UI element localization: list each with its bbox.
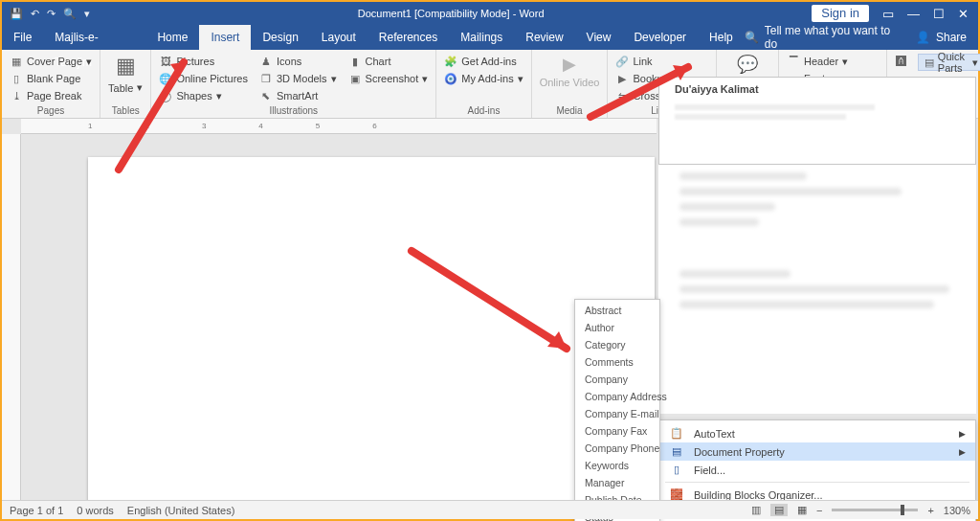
- tab-home[interactable]: Home: [145, 25, 199, 50]
- quick-parts-button[interactable]: ▤Quick Parts ▾: [918, 54, 980, 71]
- dp-company-email[interactable]: Company E-mail: [575, 405, 659, 422]
- screenshot-icon: ▣: [348, 72, 362, 85]
- tab-references[interactable]: References: [368, 25, 449, 50]
- document-property-submenu: Abstract Author Category Comments Compan…: [574, 299, 660, 521]
- table-button[interactable]: Table ▾: [106, 80, 145, 95]
- get-addins-button[interactable]: 🧩Get Add-ins: [442, 54, 524, 69]
- menu-autotext[interactable]: 📋AutoText▶: [659, 424, 975, 442]
- qat-more-icon[interactable]: ▾: [84, 8, 90, 20]
- read-mode-icon[interactable]: ▥: [751, 504, 761, 516]
- dp-company-phone[interactable]: Company Phone: [575, 440, 659, 457]
- icons-icon: ♟: [259, 55, 273, 68]
- redo-icon[interactable]: ↷: [47, 8, 56, 20]
- tab-review[interactable]: Review: [514, 25, 574, 50]
- tab-insert[interactable]: Insert: [199, 25, 251, 50]
- menu-field[interactable]: ▯Field...: [659, 461, 975, 479]
- status-words[interactable]: 0 words: [77, 505, 114, 516]
- zoom-out-icon[interactable]: −: [816, 505, 822, 516]
- chart-icon: ▮: [348, 55, 362, 68]
- close-icon[interactable]: ✕: [958, 7, 969, 21]
- textbox-icon: 🅰: [895, 55, 908, 68]
- chart-button[interactable]: ▮Chart: [346, 54, 431, 69]
- blank-page-button[interactable]: ▯Blank Page: [8, 71, 94, 86]
- tab-layout[interactable]: Layout: [310, 25, 368, 50]
- gallery-item-title: Du'aiyya Kalimat: [675, 83, 759, 95]
- header-button[interactable]: ▔Header ▾: [785, 54, 880, 69]
- pictures-icon: 🖼: [159, 55, 172, 68]
- online-pictures-button[interactable]: 🌐Online Pictures: [157, 71, 250, 86]
- undo-icon[interactable]: ↶: [31, 8, 39, 20]
- tab-help[interactable]: Help: [698, 25, 745, 50]
- tab-view[interactable]: View: [575, 25, 623, 50]
- web-layout-icon[interactable]: ▦: [797, 504, 807, 516]
- group-illustrations: 🖼Pictures 🌐Online Pictures ◯Shapes ▾ ♟Ic…: [151, 50, 436, 118]
- quick-parts-icon: ▤: [924, 56, 934, 69]
- cover-page-icon: ▦: [10, 55, 23, 68]
- screenshot-button[interactable]: ▣Screenshot ▾: [346, 71, 431, 86]
- maximize-icon[interactable]: ☐: [933, 7, 945, 21]
- link-button[interactable]: 🔗Link: [613, 54, 710, 69]
- table-icon[interactable]: ▦: [113, 54, 138, 79]
- blurred-gallery-area: [658, 165, 976, 414]
- shapes-icon: ◯: [159, 89, 172, 102]
- print-layout-icon[interactable]: ▤: [770, 504, 788, 516]
- horizontal-ruler[interactable]: 123456: [21, 119, 657, 134]
- tab-file[interactable]: File: [2, 25, 43, 50]
- tab-design[interactable]: Design: [251, 25, 309, 50]
- bookmark-icon: ▶: [615, 72, 629, 85]
- cover-page-button[interactable]: ▦Cover Page ▾: [8, 54, 94, 69]
- menu-document-property[interactable]: ▤Document Property▶: [659, 442, 975, 461]
- shapes-button[interactable]: ◯Shapes ▾: [157, 88, 250, 103]
- dp-abstract[interactable]: Abstract: [575, 302, 659, 319]
- tab-majlis[interactable]: Majlis-e-Tarajim: [43, 25, 145, 50]
- dp-company[interactable]: Company: [575, 371, 659, 388]
- status-page[interactable]: Page 1 of 1: [10, 505, 63, 516]
- vertical-ruler[interactable]: [2, 134, 21, 506]
- dp-category[interactable]: Category: [575, 336, 659, 353]
- status-bar: Page 1 of 1 0 words English (United Stat…: [2, 500, 978, 519]
- crossref-icon: ⇋: [615, 89, 629, 102]
- smartart-button[interactable]: ⬉SmartArt: [257, 88, 339, 103]
- pictures-button[interactable]: 🖼Pictures: [157, 54, 250, 69]
- document-page[interactable]: [88, 157, 655, 511]
- quick-parts-gallery[interactable]: Du'aiyya Kalimat: [658, 77, 976, 165]
- signin-button[interactable]: Sign in: [812, 5, 869, 22]
- addins-icon: 🧿: [444, 72, 457, 85]
- zoom-slider[interactable]: [832, 509, 918, 511]
- dp-company-fax[interactable]: Company Fax: [575, 422, 659, 440]
- page-break-button[interactable]: ⤓Page Break: [8, 88, 94, 103]
- tab-mailings[interactable]: Mailings: [449, 25, 514, 50]
- share-button[interactable]: 👤Share: [904, 31, 978, 44]
- dp-company-address[interactable]: Company Address: [575, 388, 659, 405]
- icons-button[interactable]: ♟Icons: [257, 54, 339, 69]
- ribbon-options-icon[interactable]: ▭: [882, 7, 894, 21]
- cube-icon: ❒: [259, 72, 273, 85]
- tell-me[interactable]: 🔍Tell me what you want to do: [745, 24, 904, 51]
- group-addins: 🧩Get Add-ins 🧿My Add-ins ▾ Add-ins: [436, 50, 531, 118]
- text-box-button[interactable]: 🅰: [893, 54, 910, 69]
- autotext-icon: 📋: [669, 427, 684, 440]
- title-bar: 💾 ↶ ↷ 🔍 ▾ Document1 [Compatibility Mode]…: [2, 2, 978, 25]
- group-pages: ▦Cover Page ▾ ▯Blank Page ⤓Page Break Pa…: [2, 50, 100, 118]
- 3d-models-button[interactable]: ❒3D Models ▾: [257, 71, 339, 86]
- page-break-icon: ⤓: [10, 89, 23, 102]
- dp-comments[interactable]: Comments: [575, 353, 659, 371]
- comment-icon[interactable]: 💬: [737, 54, 758, 75]
- dp-author[interactable]: Author: [575, 319, 659, 336]
- dp-manager[interactable]: Manager: [575, 474, 659, 491]
- save-icon[interactable]: 💾: [10, 8, 23, 20]
- header-icon: ▔: [787, 55, 800, 68]
- document-area: 123456: [2, 119, 657, 506]
- status-language[interactable]: English (United States): [127, 505, 235, 516]
- link-icon: 🔗: [615, 55, 629, 68]
- dp-keywords[interactable]: Keywords: [575, 457, 659, 474]
- print-preview-icon[interactable]: 🔍: [63, 8, 77, 20]
- ribbon-tabs: File Majlis-e-Tarajim Home Insert Design…: [2, 25, 978, 50]
- word-window: 💾 ↶ ↷ 🔍 ▾ Document1 [Compatibility Mode]…: [0, 0, 980, 521]
- zoom-level[interactable]: 130%: [944, 505, 970, 516]
- online-video-button: Online Video: [538, 77, 602, 89]
- tab-developer[interactable]: Developer: [622, 25, 698, 50]
- zoom-in-icon[interactable]: +: [927, 505, 933, 516]
- minimize-icon[interactable]: —: [907, 7, 920, 21]
- my-addins-button[interactable]: 🧿My Add-ins ▾: [442, 71, 524, 86]
